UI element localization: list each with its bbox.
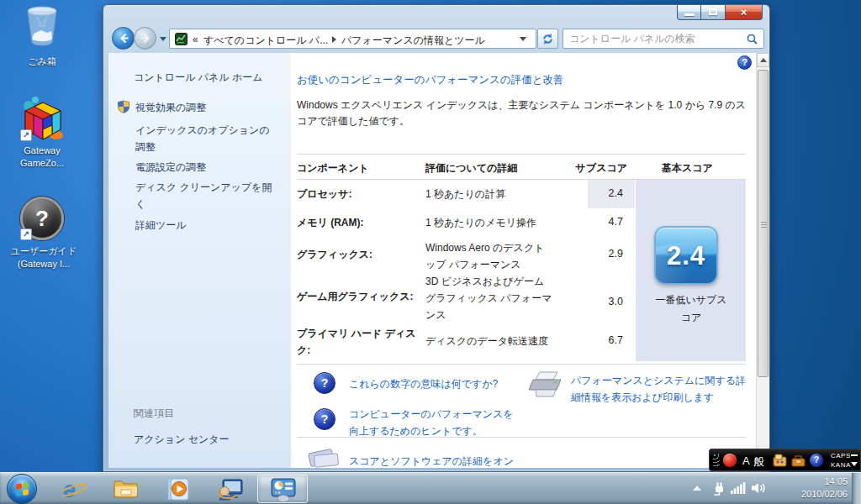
breadcrumb-item-all-control-panel[interactable]: すべてのコントロール パ... [203, 34, 328, 48]
forward-button[interactable] [134, 27, 156, 50]
address-dropdown-icon[interactable] [520, 37, 526, 41]
page-title: お使いのコンピューターのパフォーマンスの評価と改善 [297, 73, 563, 87]
sidebar-item-open-disk-cleanup[interactable]: ディスク クリーンアップを開く [135, 179, 277, 213]
sidebar-item-adjust-visual-effects[interactable]: 視覚効果の調整 [135, 99, 206, 116]
search-icon[interactable] [747, 34, 758, 45]
scroll-up-icon [760, 58, 767, 62]
scrollbar-thumb[interactable] [758, 70, 769, 377]
windows-flag-icon [16, 482, 29, 497]
minimize-button[interactable] [677, 5, 701, 20]
ime-language-bar[interactable]: A 般 ? CAPS KANA [709, 449, 861, 471]
back-button[interactable] [112, 27, 135, 50]
taskbar-item-gateway-support[interactable] [209, 475, 252, 503]
question-icon[interactable]: ? [314, 408, 335, 430]
sidebar-item-action-center[interactable]: アクション センター [134, 431, 230, 448]
ime-options-dropdown-icon[interactable] [851, 462, 858, 466]
base-score-caption: 一番低いサブスコア [653, 291, 729, 327]
column-header-base-score: 基本スコア [662, 161, 713, 176]
recent-pages-dropdown[interactable] [160, 37, 166, 41]
taskbar-item-windows-explorer[interactable] [104, 475, 148, 503]
desktop-icon-user-guide[interactable]: ? ↗ ユーザーガイド (Gateway I... [0, 197, 87, 284]
tray-hidden-icons-button[interactable] [693, 486, 701, 491]
show-desktop-button[interactable] [852, 473, 861, 504]
sidebar-item-adjust-power-settings[interactable]: 電源設定の調整 [135, 159, 206, 176]
refresh-icon [541, 33, 554, 45]
column-header-detail: 評価についての詳細 [425, 161, 517, 176]
divider [297, 364, 746, 365]
row-subscore: 3.0 [581, 296, 623, 307]
taskbar: e [0, 472, 861, 504]
question-icon[interactable]: ? [314, 372, 335, 394]
search-input[interactable] [569, 30, 737, 47]
link-scores-online[interactable]: スコアとソフトウェアの詳細をオン [349, 454, 514, 469]
performance-tools-icon [175, 33, 188, 45]
taskbar-item-media-player[interactable] [156, 475, 200, 503]
ime-pen-mode-icon[interactable] [723, 454, 737, 467]
uac-shield-icon [117, 100, 130, 113]
row-subscore: 2.4 [581, 187, 623, 199]
link-print-details[interactable]: パフォーマンスとシステムに関する詳細情報を表示および印刷します [571, 372, 751, 406]
row-subscore: 2.9 [581, 248, 623, 260]
maximize-icon [709, 8, 717, 15]
power-plug-icon[interactable] [710, 481, 727, 496]
sidebar: コントロール パネル ホーム 視覚効果の調整 インデックスのオプションの調整 電… [108, 53, 291, 468]
ime-kana-label[interactable]: KANA [831, 460, 851, 470]
ime-pad-icon[interactable] [772, 453, 788, 469]
row-detail: 1 秒あたりのメモリ操作 [425, 216, 536, 230]
desktop-icon-gateway-gamezone[interactable]: ↗ Gateway GameZo... [0, 96, 84, 180]
performance-window-icon [271, 478, 296, 502]
maximize-button[interactable] [701, 5, 725, 20]
row-detail: 1 秒あたりの計算 [425, 187, 505, 202]
scroll-up-button[interactable] [757, 53, 769, 67]
ime-conversion-mode[interactable]: 般 [753, 454, 764, 470]
row-component: メモリ (RAM): [297, 216, 364, 230]
ime-minimize-icon[interactable] [851, 454, 858, 456]
column-header-subscore: サブスコア [560, 161, 627, 176]
breadcrumb-item-performance-tools[interactable]: パフォーマンスの情報とツール [341, 34, 485, 48]
base-score-value: 2.4 [656, 241, 716, 271]
taskbar-clock[interactable]: 14:05 2010/02/06 [780, 475, 848, 501]
taskbar-item-control-panel-active[interactable] [257, 475, 308, 503]
ime-caps-kana[interactable]: CAPS KANA [831, 451, 851, 470]
folder-icon [114, 479, 139, 499]
taskbar-item-internet-explorer[interactable]: e [52, 475, 96, 503]
ime-grip-handle[interactable] [713, 454, 720, 468]
divider [297, 437, 746, 438]
forward-arrow-icon [141, 34, 151, 43]
row-component: プライマリ ハード ディスク: [297, 325, 423, 359]
row-detail: Windows Aero のデスクトップ パフォーマンス [425, 239, 553, 273]
volume-icon[interactable] [751, 481, 767, 495]
ime-caps-label[interactable]: CAPS [831, 451, 851, 460]
row-subscore: 4.7 [581, 216, 623, 228]
desktop-icon-label: ごみ箱 [0, 55, 84, 68]
sidebar-item-advanced-tools[interactable]: 詳細ツール [135, 217, 187, 234]
vertical-scrollbar[interactable] [756, 53, 769, 468]
desktop-icon-recycle-bin[interactable]: ごみ箱 [0, 5, 84, 82]
breadcrumb-separator-icon[interactable] [332, 36, 336, 43]
network-signal-icon[interactable] [731, 481, 746, 495]
start-button[interactable] [7, 474, 37, 504]
refresh-button[interactable] [537, 29, 558, 49]
link-improve-tips[interactable]: コンピューターのパフォーマンスを向上するためのヒントです。 [349, 406, 515, 439]
sidebar-item-adjust-indexing-options[interactable]: インデックスのオプションの調整 [135, 122, 270, 155]
main-content: ? お使いのコンピューターのパフォーマンスの評価と改善 Windows エクスペ… [291, 53, 756, 468]
desktop-icon-label: Gateway GameZo... [3, 144, 81, 170]
shortcut-arrow-icon: ↗ [20, 129, 32, 141]
close-button[interactable]: × [725, 5, 763, 20]
intro-text: Windows エクスペリエンス インデックスは、主要なシステム コンポーネント… [297, 97, 751, 129]
back-arrow-icon [119, 34, 129, 43]
navigation-bar: « すべてのコントロール パ... パフォーマンスの情報とツール [103, 24, 769, 53]
recycle-bin-icon [24, 5, 61, 47]
clock-time: 14:05 [780, 475, 848, 488]
link-numbers-meaning[interactable]: これらの数字の意味は何ですか? [349, 377, 498, 391]
address-bar[interactable]: « すべてのコントロール パ... パフォーマンスの情報とツール [169, 29, 536, 49]
ime-input-mode[interactable]: A [742, 454, 750, 467]
row-component: プロセッサ: [297, 187, 351, 202]
breadcrumb-overflow-chevron[interactable]: « [193, 34, 198, 45]
row-detail: 3D ビジネスおよびゲーム グラフィックス パフォーマンス [425, 273, 553, 323]
divider [297, 154, 746, 155]
ime-help-icon[interactable]: ? [810, 454, 823, 467]
sidebar-item-control-panel-home[interactable]: コントロール パネル ホーム [134, 69, 262, 86]
ime-tools-icon[interactable] [790, 453, 806, 469]
help-icon[interactable]: ? [737, 55, 752, 70]
